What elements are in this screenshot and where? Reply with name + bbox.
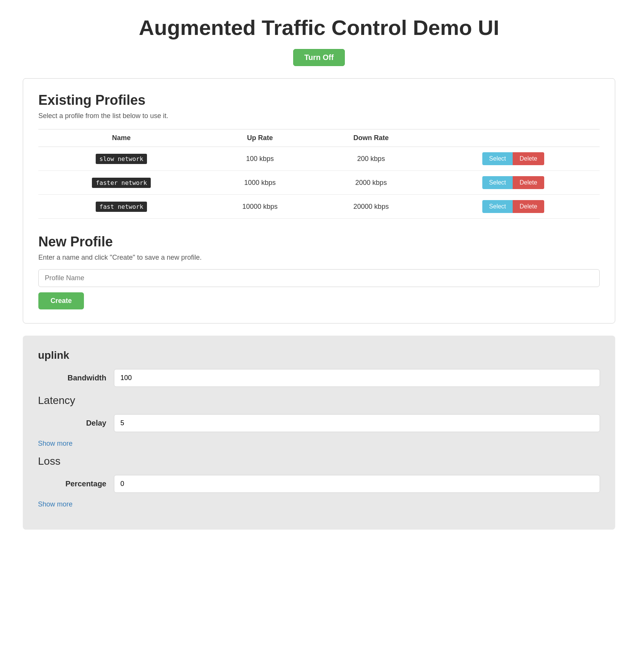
percentage-row: Percentage [38,475,600,493]
col-actions [426,129,600,147]
down-rate-cell: 200 kbps [316,147,427,171]
table-row: slow network 100 kbps 200 kbps Select De… [38,147,600,171]
profiles-table: Name Up Rate Down Rate slow network 100 … [38,129,600,219]
existing-profiles-title: Existing Profiles [38,92,600,108]
bandwidth-row: Bandwidth [38,369,600,387]
action-cell: Select Delete [426,195,600,219]
delete-button[interactable]: Delete [513,176,544,189]
latency-title: Latency [38,394,600,407]
select-button[interactable]: Select [482,176,513,189]
delay-label: Delay [38,419,114,427]
percentage-input[interactable] [114,475,600,493]
down-rate-cell: 20000 kbps [316,195,427,219]
create-button[interactable]: Create [38,292,84,309]
select-button[interactable]: Select [482,200,513,213]
turn-off-button[interactable]: Turn Off [293,49,344,66]
percentage-label: Percentage [38,480,114,488]
col-down-rate: Down Rate [316,129,427,147]
select-button[interactable]: Select [482,152,513,165]
new-profile-subtitle: Enter a name and click "Create" to save … [38,254,600,262]
table-row: faster network 1000 kbps 2000 kbps Selec… [38,171,600,195]
delay-row: Delay [38,414,600,432]
uplink-title: uplink [38,349,600,361]
profile-name-cell: fast network [38,195,204,219]
existing-profiles-subtitle: Select a profile from the list below to … [38,112,600,120]
action-cell: Select Delete [426,147,600,171]
up-rate-cell: 1000 kbps [204,171,316,195]
action-group: Select Delete [482,152,544,165]
new-profile-title: New Profile [38,234,600,250]
page-title: Augmented Traffic Control Demo UI [23,15,615,40]
delete-button[interactable]: Delete [513,200,544,213]
uplink-settings-card: uplink Bandwidth Latency Delay Show more… [23,336,615,530]
col-up-rate: Up Rate [204,129,316,147]
loss-title: Loss [38,455,600,467]
delete-button[interactable]: Delete [513,152,544,165]
turn-off-wrapper: Turn Off [23,49,615,66]
loss-show-more-link[interactable]: Show more [38,500,73,508]
up-rate-cell: 100 kbps [204,147,316,171]
delay-input[interactable] [114,414,600,432]
profile-name-cell: faster network [38,171,204,195]
action-cell: Select Delete [426,171,600,195]
action-group: Select Delete [482,200,544,213]
col-name: Name [38,129,204,147]
profile-name-badge: slow network [96,154,147,164]
bandwidth-input[interactable] [114,369,600,387]
profile-name-cell: slow network [38,147,204,171]
up-rate-cell: 10000 kbps [204,195,316,219]
table-header-row: Name Up Rate Down Rate [38,129,600,147]
bandwidth-label: Bandwidth [38,374,114,382]
profile-name-badge: faster network [92,178,151,188]
main-profiles-card: Existing Profiles Select a profile from … [23,78,615,323]
action-group: Select Delete [482,176,544,189]
down-rate-cell: 2000 kbps [316,171,427,195]
profile-name-badge: fast network [96,202,147,212]
latency-show-more-link[interactable]: Show more [38,440,73,448]
profile-name-input[interactable] [38,269,600,287]
table-row: fast network 10000 kbps 20000 kbps Selec… [38,195,600,219]
